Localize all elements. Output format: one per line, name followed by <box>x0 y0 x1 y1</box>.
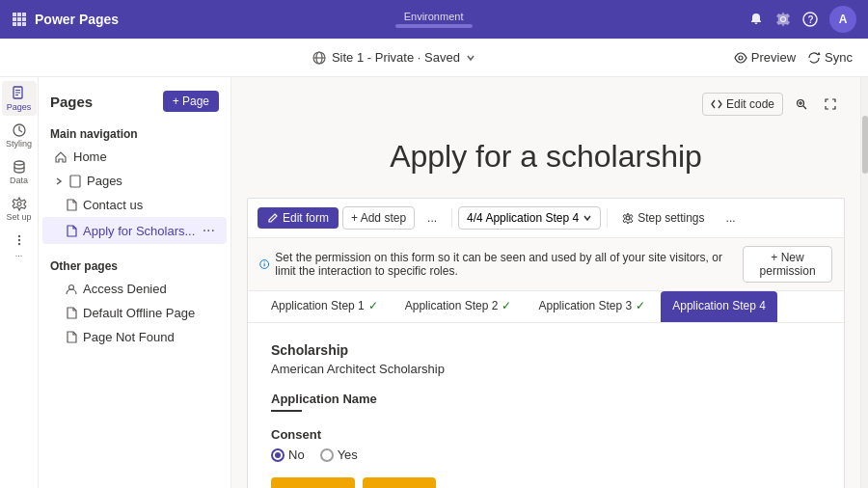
perm-notice-text: Set the permission on this form so it ca… <box>275 251 743 278</box>
home-icon <box>54 150 68 164</box>
nav-item-apply[interactable]: Apply for Scholars... ··· <box>42 217 227 244</box>
svg-point-31 <box>626 216 630 220</box>
bell-icon[interactable] <box>748 12 764 27</box>
nav-item-offline-label: Default Offline Page <box>83 306 195 320</box>
nav-item-apply-label: Apply for Scholars... <box>83 224 195 238</box>
data-sidebar-label: Data <box>10 176 28 185</box>
sidebar-item-pages[interactable]: Pages <box>2 81 37 116</box>
svg-point-20 <box>14 161 24 165</box>
pages-sidebar-label: Pages <box>7 102 32 112</box>
svg-rect-8 <box>22 22 26 26</box>
nav-item-not-found[interactable]: Page Not Found <box>42 325 227 349</box>
add-page-button[interactable]: + Page <box>163 91 219 112</box>
nav-item-more[interactable]: ··· <box>203 222 215 239</box>
new-permission-button[interactable]: + New permission <box>743 246 832 283</box>
svg-rect-2 <box>22 13 26 16</box>
styling-sidebar-label: Styling <box>6 139 32 149</box>
sidebar-item-setup[interactable]: Set up <box>2 191 37 226</box>
expand-button[interactable] <box>816 93 845 116</box>
svg-point-23 <box>17 238 19 240</box>
site-info: Site 1 - Private · Saved <box>312 50 475 65</box>
preview-label: Preview <box>751 50 796 65</box>
more-sidebar-label: ... <box>15 249 23 258</box>
edit-form-label: Edit form <box>283 211 329 225</box>
scholarship-value: American Architect Scholarship <box>271 362 821 376</box>
more-btn-1[interactable]: ... <box>419 206 446 230</box>
help-icon[interactable]: ? <box>802 12 818 27</box>
step-tab-1-label: Application Step 1 <box>271 299 365 312</box>
step-tab-2[interactable]: Application Step 2 ✓ <box>393 291 524 322</box>
nav-item-home[interactable]: Home <box>42 145 227 169</box>
sidebar-item-more[interactable]: ... <box>2 228 37 262</box>
info-icon <box>259 258 269 271</box>
edit-code-button[interactable]: Edit code <box>702 93 783 116</box>
icon-sidebar: Pages Styling Data Set up <box>0 77 39 488</box>
settings-icon[interactable] <box>775 12 791 27</box>
radio-yes[interactable]: Yes <box>320 447 358 462</box>
step-tab-4[interactable]: Application Step 4 <box>661 291 777 322</box>
nav-item-pages[interactable]: Pages <box>42 169 227 193</box>
new-perm-label: + New permission <box>753 251 822 278</box>
nav-item-pages-label: Pages <box>87 174 122 188</box>
edit-code-label: Edit code <box>726 97 774 111</box>
consent-radio-group: No Yes <box>271 447 821 462</box>
nav-item-access-denied[interactable]: Access Denied <box>42 277 227 301</box>
nav-item-contact[interactable]: Contact us <box>42 193 227 217</box>
more-btn-2[interactable]: ... <box>718 206 745 230</box>
svg-rect-17 <box>15 92 20 93</box>
nav-item-home-label: Home <box>73 149 107 164</box>
step-tab-3[interactable]: Application Step 3 ✓ <box>527 291 657 322</box>
top-bar-right: ? A <box>748 6 856 33</box>
zoom-button[interactable] <box>787 93 816 116</box>
right-scrollbar[interactable] <box>860 77 868 488</box>
main-layout: Pages Styling Data Set up <box>0 77 868 488</box>
avatar[interactable]: A <box>829 6 856 33</box>
app-title: Power Pages <box>35 12 119 27</box>
nav-item-notfound-label: Page Not Found <box>83 330 175 344</box>
submit-button[interactable]: Submit <box>363 477 436 488</box>
add-step-button[interactable]: + Add step <box>342 206 415 230</box>
step-selector[interactable]: 4/4 Application Step 4 <box>458 206 601 230</box>
svg-rect-0 <box>13 13 16 16</box>
form-toolbar: Edit form + Add step ... 4/4 Application… <box>248 199 844 238</box>
svg-rect-4 <box>17 17 21 21</box>
file-icon-offline <box>66 307 77 319</box>
svg-rect-7 <box>17 22 21 26</box>
previous-button[interactable]: Previous <box>271 477 355 488</box>
step-tab-1[interactable]: Application Step 1 ✓ <box>259 291 390 322</box>
site-icon <box>312 51 326 65</box>
nav-sidebar: Pages + Page Main navigation Home Pages <box>39 77 231 488</box>
content-area: Edit code Apply for a scholarship <box>231 77 860 488</box>
scrollbar-thumb <box>862 116 868 174</box>
step-tab-3-label: Application Step 3 <box>538 299 632 312</box>
add-step-label: + Add step <box>351 211 406 225</box>
toolbar-sep-2 <box>607 208 608 228</box>
person-file-icon <box>66 283 77 295</box>
page-icon <box>69 175 81 188</box>
page-title-area: Apply for a scholarship <box>247 120 845 198</box>
step-tab-4-label: Application Step 4 <box>672 299 766 312</box>
site-name: Site 1 - Private · Saved <box>332 50 460 65</box>
sync-button[interactable]: Sync <box>807 50 853 65</box>
env-label: Environment <box>404 11 464 22</box>
nav-item-offline[interactable]: Default Offline Page <box>42 301 227 325</box>
radio-no[interactable]: No <box>271 447 305 462</box>
nav-item-contact-label: Contact us <box>83 198 143 212</box>
preview-button[interactable]: Preview <box>734 50 796 65</box>
sidebar-item-styling[interactable]: Styling <box>2 118 37 152</box>
zoom-icon <box>796 98 807 110</box>
step-indicator: 4/4 Application Step 4 <box>467 211 579 225</box>
setup-icon <box>12 196 27 211</box>
env-bar <box>395 24 473 28</box>
radio-yes-label: Yes <box>338 447 358 462</box>
nav-header: Pages + Page <box>39 85 231 120</box>
step-settings-button[interactable]: Step settings <box>613 206 713 230</box>
svg-point-22 <box>17 234 19 236</box>
dropdown-icon[interactable] <box>466 53 475 63</box>
more-icon <box>12 232 27 248</box>
svg-point-14 <box>739 56 743 60</box>
sidebar-item-data[interactable]: Data <box>2 154 37 189</box>
code-icon <box>711 98 722 110</box>
edit-form-button[interactable]: Edit form <box>258 207 339 229</box>
more-1-label: ... <box>427 211 437 225</box>
